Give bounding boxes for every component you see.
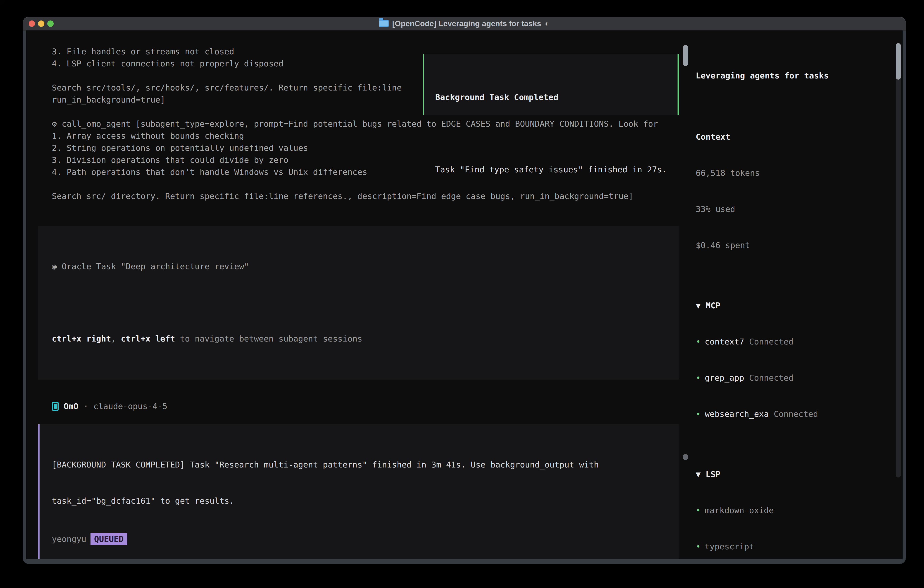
agent-model: claude-opus-4-5 bbox=[94, 400, 167, 412]
traffic-lights bbox=[29, 20, 54, 27]
subagent-shortcut-hint: ctrl+x right, ctrl+x left to navigate be… bbox=[52, 333, 665, 345]
collapse-icon: ▼ bbox=[696, 469, 701, 479]
queued-badge: QUEUED bbox=[91, 533, 127, 545]
context-used: 33% used bbox=[696, 203, 896, 215]
mcp-item: •context7 Connected bbox=[696, 335, 896, 348]
gear-icon: ⚙ bbox=[52, 119, 57, 129]
zoom-button[interactable] bbox=[47, 20, 54, 27]
task-author: yeongyu bbox=[52, 533, 86, 545]
toast-body: Task "Find type safety issues" finished … bbox=[435, 164, 666, 175]
task-message-line: [BACKGROUND TASK COMPLETED] Task "Resear… bbox=[52, 459, 667, 471]
bullet-icon: • bbox=[696, 337, 701, 346]
agent-box-icon bbox=[52, 402, 59, 411]
bullet-icon: • bbox=[696, 506, 701, 515]
main-scrollbar-thumb[interactable] bbox=[683, 45, 688, 66]
context-spent: $0.46 spent bbox=[696, 239, 896, 251]
app-window: [OpenCode] Leveraging agents for tasks ◐… bbox=[23, 17, 906, 564]
mcp-section-header[interactable]: ▼ MCP bbox=[696, 299, 896, 312]
context-heading: Context bbox=[696, 131, 896, 143]
sidebar-scrollbar-thumb[interactable] bbox=[896, 43, 901, 79]
terminal-content: 3. File handles or streams not closed 4.… bbox=[26, 30, 903, 559]
close-button[interactable] bbox=[29, 20, 35, 27]
toast-title: Background Task Completed bbox=[435, 91, 666, 103]
folder-icon bbox=[379, 20, 389, 27]
sidebar: Leveraging agents for tasks Context 66,5… bbox=[696, 30, 896, 559]
minimize-button[interactable] bbox=[38, 20, 45, 27]
oracle-task-card: ◉ Oracle Task "Deep architecture review"… bbox=[38, 226, 679, 380]
collapse-icon: ▼ bbox=[696, 301, 701, 310]
main-scrollbar-thumb[interactable] bbox=[683, 454, 688, 460]
task-message-line: task_id="bg_dcfac161" to get results. bbox=[52, 495, 667, 507]
lsp-item: •markdown-oxide bbox=[696, 504, 896, 516]
titlebar[interactable]: [OpenCode] Leveraging agents for tasks ◐ bbox=[23, 17, 906, 30]
mcp-item: •websearch_exa Connected bbox=[696, 408, 896, 420]
agent-header: OmO · claude-opus-4-5 bbox=[26, 400, 689, 412]
bullet-icon: • bbox=[696, 409, 701, 419]
separator-dot: · bbox=[83, 400, 88, 412]
background-task-card: [BACKGROUND TASK COMPLETED] Task "Resear… bbox=[38, 424, 679, 559]
agent-name: OmO bbox=[64, 400, 78, 412]
context-tokens: 66,518 tokens bbox=[696, 167, 896, 179]
mcp-item: •grep_app Connected bbox=[696, 372, 896, 384]
task-completed-toast: Background Task Completed Task "Find typ… bbox=[422, 54, 679, 115]
bullet-icon: • bbox=[696, 373, 701, 382]
record-icon: ◉ bbox=[52, 262, 57, 271]
busy-indicator-icon: ◐ bbox=[545, 19, 550, 28]
window-title: [OpenCode] Leveraging agents for tasks bbox=[392, 19, 541, 28]
oracle-task-title: ◉ Oracle Task "Deep architecture review" bbox=[52, 260, 665, 273]
lsp-section-header[interactable]: ▼ LSP bbox=[696, 468, 896, 480]
sidebar-scrollbar-track[interactable] bbox=[896, 43, 901, 477]
bullet-icon: • bbox=[696, 542, 701, 551]
session-title: Leveraging agents for tasks bbox=[696, 69, 896, 82]
lsp-item: •typescript bbox=[696, 540, 896, 553]
